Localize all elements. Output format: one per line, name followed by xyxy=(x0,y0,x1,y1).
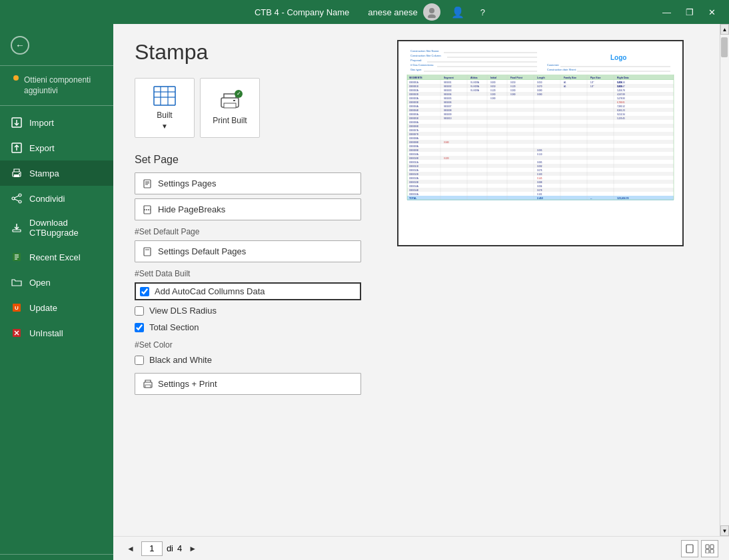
svg-text:SEG008: SEG008 xyxy=(444,109,452,112)
svg-text:0.280: 0.280 xyxy=(490,97,496,100)
sidebar-item-update[interactable]: U Update xyxy=(0,295,113,320)
svg-text:0.050: 0.050 xyxy=(490,85,496,88)
single-page-view-button[interactable] xyxy=(681,540,698,557)
svg-text:Construction Site Name:: Construction Site Name: xyxy=(410,49,439,53)
sidebar-item-export[interactable]: Export xyxy=(0,135,113,160)
svg-text:0000012A: 0000012A xyxy=(409,169,418,172)
right-scrollbar[interactable]: ▲ ▼ xyxy=(720,24,729,536)
svg-text:0000007B: 0000007B xyxy=(409,133,418,136)
svg-text:123,456.78: 123,456.78 xyxy=(617,197,629,200)
open-label: Open xyxy=(29,278,51,288)
svg-text:0000005A: 0000005A xyxy=(409,113,418,116)
download-icon xyxy=(11,222,23,234)
settings-print-button[interactable]: Settings + Print xyxy=(135,373,361,395)
black-white-checkbox[interactable] xyxy=(135,356,144,365)
toolbar: Built ▼ ✓ xyxy=(135,78,361,138)
svg-text:0000011A: 0000011A xyxy=(409,161,418,164)
sidebar-item-addons[interactable]: Ottieni componenti aggiuntivi xyxy=(0,70,113,101)
sidebar-item-recent[interactable]: Recent Excel xyxy=(0,244,113,270)
scroll-thumb[interactable] xyxy=(721,37,728,57)
svg-text:Family Size: Family Size xyxy=(564,77,576,79)
svg-text:SEG001: SEG001 xyxy=(444,81,452,84)
svg-text:0.092: 0.092 xyxy=(537,165,542,168)
svg-text:0000014A: 0000014A xyxy=(409,185,418,188)
sidebar-item-condividi[interactable]: Condividi xyxy=(0,186,113,211)
close-button[interactable]: ✕ xyxy=(703,5,721,20)
page-title: Stampa xyxy=(135,40,361,65)
svg-text:Length: Length xyxy=(537,77,545,79)
account-button[interactable]: 👤 xyxy=(446,3,470,21)
svg-rect-33 xyxy=(144,180,151,188)
multi-page-icon xyxy=(705,544,714,553)
next-page-button[interactable]: ► xyxy=(186,543,199,555)
svg-text:Initial: Initial xyxy=(490,77,496,79)
settings-default-pages-button[interactable]: Settings Default Pages xyxy=(135,240,361,262)
sidebar-item-download[interactable]: Download CTBupgrade xyxy=(0,211,113,244)
sidebar-item-stampa[interactable]: Stampa xyxy=(0,160,113,186)
page-number-input[interactable] xyxy=(141,541,163,556)
add-autocad-checkbox[interactable] xyxy=(140,287,149,296)
multi-page-view-button[interactable] xyxy=(701,540,718,557)
maximize-button[interactable]: ❐ xyxy=(680,5,699,20)
svg-rect-32 xyxy=(233,100,235,101)
total-section-checkbox[interactable] xyxy=(135,323,144,332)
addons-label: Ottieni componenti aggiuntivi xyxy=(24,75,103,96)
svg-text:0000010A: 0000010A xyxy=(409,153,418,156)
svg-text:2,345.67: 2,345.67 xyxy=(617,85,625,88)
svg-text:0.280: 0.280 xyxy=(510,93,516,96)
preview-svg: Construction Site Name: Construction Sit… xyxy=(404,47,677,240)
svg-text:SEGMENTS: SEGMENTS xyxy=(409,77,422,79)
print-icon-wrapper: ✓ xyxy=(220,91,240,113)
svg-text:0000008A: 0000008A xyxy=(409,137,418,140)
built-button[interactable]: Built ▼ xyxy=(135,78,195,138)
back-button[interactable]: ← xyxy=(0,29,113,61)
scroll-up-button[interactable]: ▲ xyxy=(720,24,729,35)
help-button[interactable]: ? xyxy=(475,5,490,20)
add-autocad-label: Add AutoCad Collumns Data xyxy=(155,286,265,296)
hide-pagebreaks-button[interactable]: Hide PageBreaks xyxy=(135,198,361,220)
print-built-button[interactable]: ✓ Print Built xyxy=(200,78,260,138)
sidebar: ← Ottieni componenti aggiuntivi Import E… xyxy=(0,24,113,560)
svg-text:SEG006: SEG006 xyxy=(444,101,452,104)
scroll-down-button[interactable]: ▼ xyxy=(720,525,729,536)
svg-text:SEG004: SEG004 xyxy=(444,93,452,96)
svg-line-12 xyxy=(15,196,19,198)
left-panel: Stampa xyxy=(135,40,361,520)
sidebar-item-uninstall[interactable]: UnInstall xyxy=(0,320,113,346)
total-section-label: Total Section xyxy=(149,322,199,332)
single-page-icon xyxy=(685,544,694,553)
preview-container: Construction Site Name: Construction Sit… xyxy=(397,40,684,246)
import-label: Import xyxy=(29,118,54,128)
svg-rect-112 xyxy=(407,124,674,128)
built-dropdown-icon: ▼ xyxy=(161,123,168,130)
sidebar-item-import[interactable]: Import xyxy=(0,110,113,135)
svg-text:0000014B: 0000014B xyxy=(409,189,418,192)
svg-text:6,789.01: 6,789.01 xyxy=(617,101,625,104)
titlebar: CTB 4 - Company Name anese anese 👤 ? — ❐… xyxy=(0,0,729,24)
settings-pages-button[interactable]: Settings Pages xyxy=(135,172,361,194)
svg-text:0000003A: 0000003A xyxy=(409,97,418,100)
svg-text:Final Point: Final Point xyxy=(510,77,523,79)
svg-text:1/2": 1/2" xyxy=(590,85,594,88)
svg-rect-116 xyxy=(407,132,674,136)
prev-page-button[interactable]: ◄ xyxy=(124,543,137,555)
svg-text:7,890.12: 7,890.12 xyxy=(617,105,625,108)
svg-text:0.145: 0.145 xyxy=(537,177,542,180)
svg-text:Pipe Size: Pipe Size xyxy=(590,77,600,79)
update-icon: U xyxy=(11,302,23,314)
condividi-label: Condividi xyxy=(29,194,65,204)
minimize-button[interactable]: — xyxy=(657,5,676,20)
svg-rect-39 xyxy=(144,248,151,256)
export-icon xyxy=(11,142,23,154)
sidebar-item-open[interactable]: Open xyxy=(0,270,113,295)
svg-text:0.088: 0.088 xyxy=(537,181,542,184)
svg-text:Right Data: Right Data xyxy=(617,77,629,79)
view-dls-checkbox[interactable] xyxy=(135,306,144,316)
svg-point-0 xyxy=(429,8,434,13)
svg-text:TOTAL: TOTAL xyxy=(409,197,417,200)
svg-text:SEG009: SEG009 xyxy=(444,113,452,116)
svg-text:0.080: 0.080 xyxy=(537,93,542,96)
condividi-icon xyxy=(11,192,23,204)
svg-text:Construction Site Column:: Construction Site Column: xyxy=(410,54,441,57)
black-white-label: Black and White xyxy=(149,355,212,365)
